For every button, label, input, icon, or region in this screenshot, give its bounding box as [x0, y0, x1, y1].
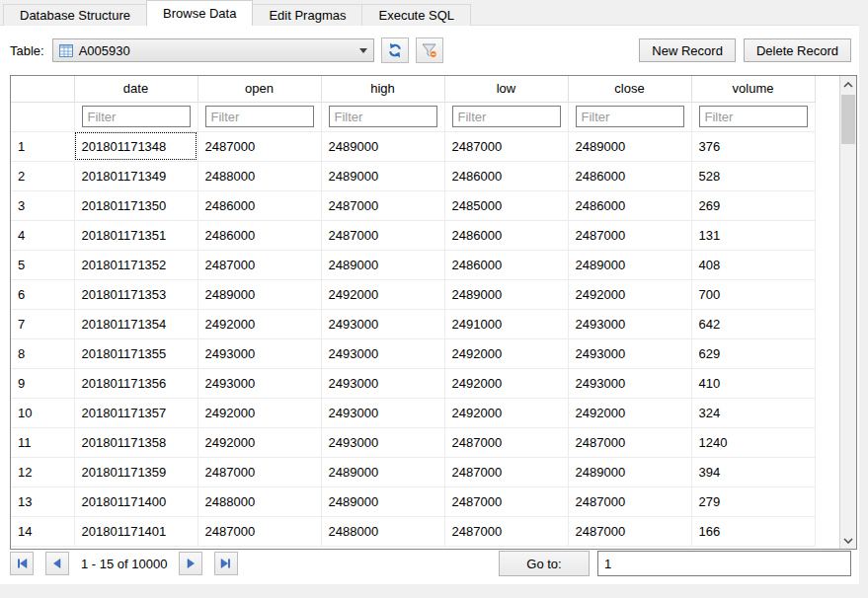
cell-volume[interactable]: 410 — [691, 368, 815, 398]
cell-date[interactable]: 201801171355 — [74, 338, 197, 368]
tab-execute-sql[interactable]: Execute SQL — [361, 4, 471, 26]
table-row[interactable]: 1 201801171348 2487000 2489000 2487000 2… — [11, 131, 815, 161]
vertical-scrollbar[interactable] — [839, 76, 856, 549]
cell-open[interactable]: 2488000 — [197, 486, 321, 516]
cell-high[interactable]: 2493000 — [321, 427, 444, 457]
table-row[interactable]: 13 201801171400 2488000 2489000 2487000 … — [11, 486, 815, 516]
delete-record-button[interactable]: Delete Record — [744, 38, 851, 62]
cell-open[interactable]: 2487000 — [197, 457, 321, 486]
last-page-button[interactable] — [214, 552, 238, 575]
column-header-close[interactable]: close — [568, 76, 691, 102]
cell-close[interactable]: 2489000 — [568, 457, 691, 486]
filter-input-date[interactable] — [82, 106, 191, 127]
column-header-high[interactable]: high — [321, 76, 444, 102]
cell-volume[interactable]: 131 — [691, 220, 815, 250]
cell-close[interactable]: 2487000 — [568, 427, 691, 457]
table-row[interactable]: 9 201801171356 2493000 2493000 2492000 2… — [11, 368, 815, 398]
cell-date[interactable]: 201801171353 — [74, 279, 197, 309]
cell-high[interactable]: 2492000 — [321, 279, 444, 309]
table-row[interactable]: 14 201801171401 2487000 2488000 2487000 … — [11, 516, 815, 546]
cell-high[interactable]: 2489000 — [321, 131, 444, 161]
cell-date[interactable]: 201801171351 — [74, 220, 197, 250]
table-select[interactable]: A005930 — [52, 38, 374, 62]
cell-high[interactable]: 2488000 — [321, 516, 444, 546]
cell-date[interactable]: 201801171354 — [74, 309, 197, 338]
filter-input-high[interactable] — [329, 106, 437, 127]
table-row[interactable]: 10 201801171357 2492000 2493000 2492000 … — [11, 398, 815, 427]
cell-low[interactable]: 2492000 — [444, 368, 568, 398]
scroll-up-button[interactable] — [840, 76, 856, 93]
filter-input-open[interactable] — [205, 106, 314, 127]
cell-volume[interactable]: 408 — [691, 250, 815, 279]
scrollbar-track[interactable] — [840, 93, 856, 532]
column-header-low[interactable]: low — [444, 76, 568, 102]
cell-date[interactable]: 201801171401 — [74, 516, 197, 546]
cell-high[interactable]: 2493000 — [321, 338, 444, 368]
table-row[interactable]: 7 201801171354 2492000 2493000 2491000 2… — [11, 309, 815, 338]
cell-volume[interactable]: 629 — [691, 338, 815, 368]
cell-high[interactable]: 2489000 — [321, 486, 444, 516]
cell-low[interactable]: 2487000 — [444, 427, 568, 457]
cell-close[interactable]: 2493000 — [568, 368, 691, 398]
cell-low[interactable]: 2485000 — [444, 190, 568, 220]
table-row[interactable]: 12 201801171359 2487000 2489000 2487000 … — [11, 457, 815, 486]
cell-open[interactable]: 2493000 — [197, 338, 321, 368]
cell-volume[interactable]: 700 — [691, 279, 815, 309]
cell-open[interactable]: 2489000 — [197, 279, 321, 309]
cell-volume[interactable]: 528 — [691, 161, 815, 190]
cell-low[interactable]: 2491000 — [444, 309, 568, 338]
cell-close[interactable]: 2487000 — [568, 486, 691, 516]
cell-low[interactable]: 2487000 — [444, 457, 568, 486]
cell-date[interactable]: 201801171349 — [74, 161, 197, 190]
cell-low[interactable]: 2486000 — [444, 250, 568, 279]
cell-low[interactable]: 2487000 — [444, 516, 568, 546]
cell-volume[interactable]: 269 — [691, 190, 815, 220]
refresh-button[interactable] — [381, 37, 409, 63]
table-row[interactable]: 8 201801171355 2493000 2493000 2492000 2… — [11, 338, 815, 368]
cell-open[interactable]: 2487000 — [197, 131, 321, 161]
cell-low[interactable]: 2486000 — [444, 161, 568, 190]
cell-close[interactable]: 2486000 — [568, 161, 691, 190]
tab-edit-pragmas[interactable]: Edit Pragmas — [252, 4, 362, 26]
cell-date[interactable]: 201801171352 — [74, 250, 197, 279]
cell-low[interactable]: 2492000 — [444, 338, 568, 368]
table-row[interactable]: 2 201801171349 2488000 2489000 2486000 2… — [11, 161, 815, 190]
cell-close[interactable]: 2487000 — [568, 220, 691, 250]
table-row[interactable]: 11 201801171358 2492000 2493000 2487000 … — [11, 427, 815, 457]
cell-close[interactable]: 2486000 — [568, 190, 691, 220]
first-page-button[interactable] — [10, 552, 34, 575]
cell-open[interactable]: 2488000 — [197, 161, 321, 190]
cell-open[interactable]: 2493000 — [197, 368, 321, 398]
cell-open[interactable]: 2487000 — [197, 250, 321, 279]
cell-date[interactable]: 201801171357 — [74, 398, 197, 427]
cell-close[interactable]: 2492000 — [568, 398, 691, 427]
column-header-date[interactable]: date — [74, 76, 197, 102]
new-record-button[interactable]: New Record — [639, 38, 736, 62]
cell-open[interactable]: 2487000 — [197, 516, 321, 546]
filter-input-close[interactable] — [576, 106, 684, 127]
cell-low[interactable]: 2489000 — [444, 279, 568, 309]
cell-low[interactable]: 2487000 — [444, 486, 568, 516]
cell-open[interactable]: 2486000 — [197, 220, 321, 250]
cell-volume[interactable]: 376 — [691, 131, 815, 161]
goto-button[interactable]: Go to: — [499, 551, 590, 576]
cell-volume[interactable]: 1240 — [691, 427, 815, 457]
cell-high[interactable]: 2493000 — [321, 368, 444, 398]
cell-low[interactable]: 2486000 — [444, 220, 568, 250]
cell-high[interactable]: 2493000 — [321, 309, 444, 338]
cell-date[interactable]: 201801171350 — [74, 190, 197, 220]
cell-date[interactable]: 201801171356 — [74, 368, 197, 398]
next-page-button[interactable] — [179, 552, 202, 575]
cell-high[interactable]: 2493000 — [321, 398, 444, 427]
cell-low[interactable]: 2487000 — [444, 131, 568, 161]
tab-browse-data[interactable]: Browse Data — [146, 0, 253, 26]
cell-high[interactable]: 2489000 — [321, 250, 444, 279]
cell-close[interactable]: 2489000 — [568, 131, 691, 161]
column-header-open[interactable]: open — [197, 76, 321, 102]
cell-high[interactable]: 2487000 — [321, 220, 444, 250]
goto-input[interactable] — [597, 551, 851, 576]
cell-volume[interactable]: 324 — [691, 398, 815, 427]
cell-volume[interactable]: 166 — [691, 516, 815, 546]
cell-volume[interactable]: 394 — [691, 457, 815, 486]
cell-high[interactable]: 2487000 — [321, 190, 444, 220]
